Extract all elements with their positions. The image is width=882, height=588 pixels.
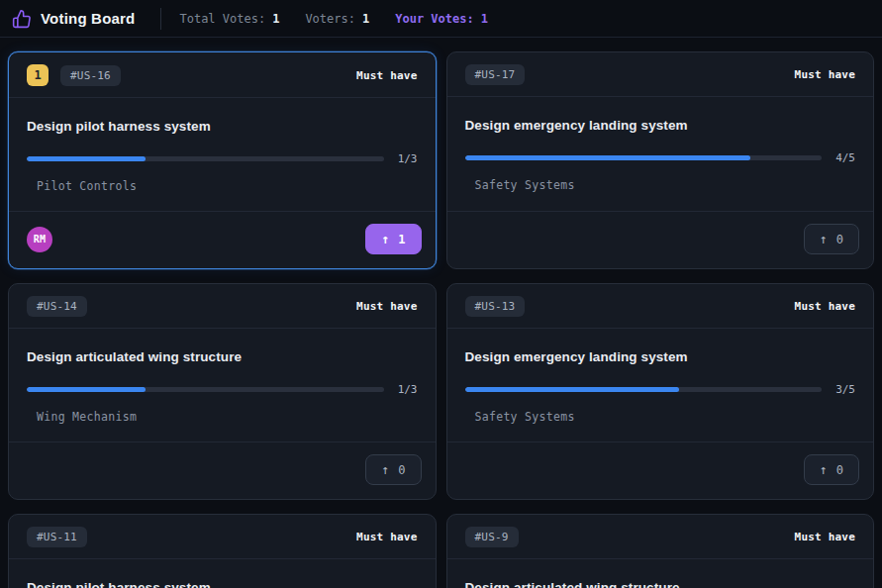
card-header-left: 1 #US-16: [27, 64, 121, 86]
card-header-left: #US-9: [465, 527, 519, 547]
vote-progress: 1/3: [27, 152, 418, 165]
vote-progress: 1/3: [27, 383, 418, 396]
card-body: Design emergency landing system 4/5 Safe…: [447, 97, 874, 211]
up-arrow-icon: ↑: [820, 232, 828, 246]
story-card: #US-13 Must have Design emergency landin…: [446, 283, 875, 500]
vote-button[interactable]: ↑ 0: [804, 224, 859, 254]
vote-progress: 3/5: [465, 383, 856, 396]
rank-badge: 1: [27, 64, 49, 86]
up-arrow-icon: ↑: [381, 232, 389, 246]
vote-count: 0: [836, 233, 843, 246]
story-card: #US-14 Must have Design articulated wing…: [8, 283, 437, 500]
card-footer: ↑ 0: [447, 441, 874, 499]
progress-track: [465, 387, 823, 392]
story-title: Design articulated wing structure: [465, 580, 856, 588]
progress-fraction: 1/3: [394, 152, 418, 165]
card-body: Design pilot harness system 1/3 Pilot Co…: [9, 98, 436, 211]
vote-count: 0: [836, 463, 843, 477]
card-body: Design emergency landing system 3/5 Safe…: [447, 329, 874, 441]
card-footer: ↑ 0: [447, 211, 874, 268]
voter-avatar: RM: [27, 227, 52, 252]
card-footer: ↑ 0: [9, 441, 436, 499]
story-id-badge: #US-16: [60, 65, 121, 86]
stat-label: Voters:: [305, 12, 355, 26]
card-body: Design articulated wing structure 1/3 Wi…: [9, 329, 436, 441]
card-body: Design articulated wing structure 1/1 Wi…: [447, 559, 874, 588]
story-id-badge: #US-11: [27, 527, 87, 547]
header-divider: [160, 8, 161, 30]
vote-count: 1: [398, 233, 405, 246]
brand: Voting Board: [12, 9, 135, 29]
vote-count: 0: [398, 463, 405, 477]
stat-value: 1: [481, 12, 488, 26]
story-card: #US-17 Must have Design emergency landin…: [446, 51, 875, 269]
card-header: #US-9 Must have: [447, 515, 874, 559]
stat: Your Votes: 1: [395, 12, 488, 26]
vote-button[interactable]: ↑ 0: [365, 454, 421, 485]
progress-fill: [465, 387, 679, 392]
card-header-left: #US-14: [27, 296, 87, 317]
progress-fraction: 3/5: [832, 383, 855, 396]
app-header: Voting Board Total Votes: 1 Voters: 1 Yo…: [0, 0, 882, 38]
stat-value: 1: [362, 12, 369, 26]
card-header-left: #US-11: [27, 527, 87, 547]
progress-fill: [27, 156, 146, 161]
vote-stats: Total Votes: 1 Voters: 1 Your Votes: 1: [179, 12, 487, 26]
progress-track: [27, 387, 384, 392]
category-tag: Pilot Controls: [27, 179, 418, 193]
story-title: Design pilot harness system: [27, 119, 418, 134]
voting-board: 1 #US-16 Must have Design pilot harness …: [0, 38, 882, 588]
up-arrow-icon: ↑: [820, 462, 828, 477]
card-header: #US-13 Must have: [447, 284, 874, 329]
story-id-badge: #US-17: [465, 64, 526, 85]
story-title: Design emergency landing system: [465, 349, 856, 364]
stat: Total Votes: 1: [179, 12, 279, 26]
priority-label: Must have: [795, 531, 855, 543]
stat-label: Your Votes:: [395, 12, 473, 26]
progress-fill: [27, 387, 146, 392]
card-header-left: #US-17: [465, 64, 526, 85]
progress-fill: [465, 155, 750, 160]
thumbs-up-icon: [12, 9, 32, 29]
stat-value: 1: [272, 12, 279, 26]
progress-track: [27, 156, 384, 161]
priority-label: Must have: [356, 300, 417, 313]
card-body: Design pilot harness system 2/3 Pilot Co…: [9, 559, 436, 588]
vote-button[interactable]: ↑ 0: [804, 454, 859, 485]
up-arrow-icon: ↑: [381, 462, 389, 477]
card-header-left: #US-13: [465, 296, 526, 317]
progress-track: [465, 155, 823, 160]
vote-progress: 4/5: [465, 151, 856, 164]
card-header: #US-14 Must have: [9, 284, 436, 329]
story-id-badge: #US-14: [27, 296, 87, 317]
story-id-badge: #US-9: [465, 527, 519, 547]
story-title: Design emergency landing system: [465, 118, 856, 133]
card-header: #US-17 Must have: [447, 52, 874, 97]
story-title: Design pilot harness system: [27, 580, 418, 588]
progress-fraction: 1/3: [394, 383, 418, 396]
category-tag: Safety Systems: [465, 410, 856, 424]
story-card: #US-11 Must have Design pilot harness sy…: [8, 514, 437, 588]
progress-fraction: 4/5: [832, 151, 855, 164]
page-title: Voting Board: [41, 10, 135, 27]
priority-label: Must have: [356, 69, 417, 82]
card-header: #US-11 Must have: [9, 515, 436, 559]
card-footer: RM ↑ 1: [9, 211, 436, 268]
priority-label: Must have: [795, 68, 855, 81]
card-header: 1 #US-16 Must have: [9, 52, 436, 98]
story-card: #US-9 Must have Design articulated wing …: [446, 514, 875, 588]
stat-label: Total Votes:: [179, 12, 265, 26]
category-tag: Wing Mechanism: [27, 410, 418, 424]
stat: Voters: 1: [305, 12, 369, 26]
priority-label: Must have: [356, 531, 417, 543]
story-id-badge: #US-13: [465, 296, 526, 317]
category-tag: Safety Systems: [465, 178, 856, 192]
story-title: Design articulated wing structure: [27, 349, 418, 364]
vote-button[interactable]: ↑ 1: [365, 224, 421, 254]
story-card: 1 #US-16 Must have Design pilot harness …: [8, 51, 437, 269]
priority-label: Must have: [795, 300, 855, 313]
